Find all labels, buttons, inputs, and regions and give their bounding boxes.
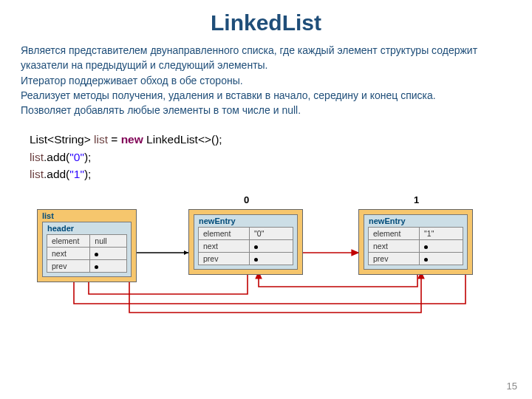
code-text: LinkedList<>(); [143,133,222,146]
node-0-fields: element"0" next prev [198,227,293,265]
field-prev-v [90,260,127,273]
node-1-box: newEntry element"1" next prev [358,209,473,275]
pointer-dot [95,265,98,269]
pointer-dot [95,253,98,256]
field-next-k: next [47,248,90,260]
desc-line-3: Реализует методы получения, удаления и в… [21,89,436,101]
field-element-k: element [199,228,250,240]
node-1-title: newEntry [364,215,467,227]
code-var: list [30,151,44,163]
page-number: 15 [507,381,517,392]
code-var: list [94,133,108,146]
diagram: 0 1 list header elementnull next prev ne… [30,194,502,327]
list-title: list [38,210,136,222]
field-element-v: "0" [250,228,293,240]
code-line-1: List<String> list = new LinkedList<>(); [30,131,532,148]
list-box: list header elementnull next prev [37,209,137,282]
field-next-k: next [369,240,420,253]
node-0-box: newEntry element"0" next prev [188,209,303,275]
field-prev-v [420,253,463,265]
field-prev-k: prev [47,260,90,273]
field-element-v: "1" [420,228,463,240]
field-next-v [420,240,463,253]
node-1-fields: element"1" next prev [368,227,463,265]
code-line-2: list.add("0"); [30,149,532,166]
pointer-dot [254,245,258,249]
code-block: List<String> list = new LinkedList<>(); … [0,123,532,183]
code-string: "0" [69,151,84,163]
node-index-0: 0 [244,194,249,205]
code-line-3: list.add("1"); [30,166,532,183]
desc-line-1: Является представителем двунаправленного… [21,44,477,71]
header-title: header [43,222,131,234]
field-element-k: element [47,235,90,248]
code-text: List<String> [30,133,94,146]
node-0-title: newEntry [194,215,297,227]
code-text: ); [84,168,91,180]
code-text: .add( [44,151,69,163]
pointer-dot [254,258,258,262]
node-index-1: 1 [414,194,419,205]
header-box: header elementnull next prev [42,222,132,277]
desc-line-2: Итератор поддерживает обход в обе сторон… [21,75,243,86]
field-element-k: element [369,228,420,240]
field-prev-k: prev [369,253,420,265]
code-keyword: new [121,133,143,146]
node-1-entry: newEntry element"1" next prev [364,214,468,270]
field-prev-k: prev [199,253,250,265]
field-next-k: next [199,240,250,253]
pointer-dot [424,245,428,249]
code-string: "1" [69,168,84,180]
field-element-v: null [90,235,127,248]
code-text: .add( [44,168,69,180]
desc-line-4: Позволяет добавлять любые элементы в том… [21,104,301,116]
node-0-entry: newEntry element"0" next prev [194,214,298,270]
header-fields: elementnull next prev [47,234,127,273]
code-text: ); [84,151,91,163]
pointer-dot [424,258,428,262]
field-next-v [250,240,293,253]
page-title: LinkedList [0,0,532,43]
code-var: list [30,168,44,180]
field-prev-v [250,253,293,265]
description-block: Является представителем двунаправленного… [0,43,532,123]
field-next-v [90,248,127,260]
code-text: = [108,133,121,146]
